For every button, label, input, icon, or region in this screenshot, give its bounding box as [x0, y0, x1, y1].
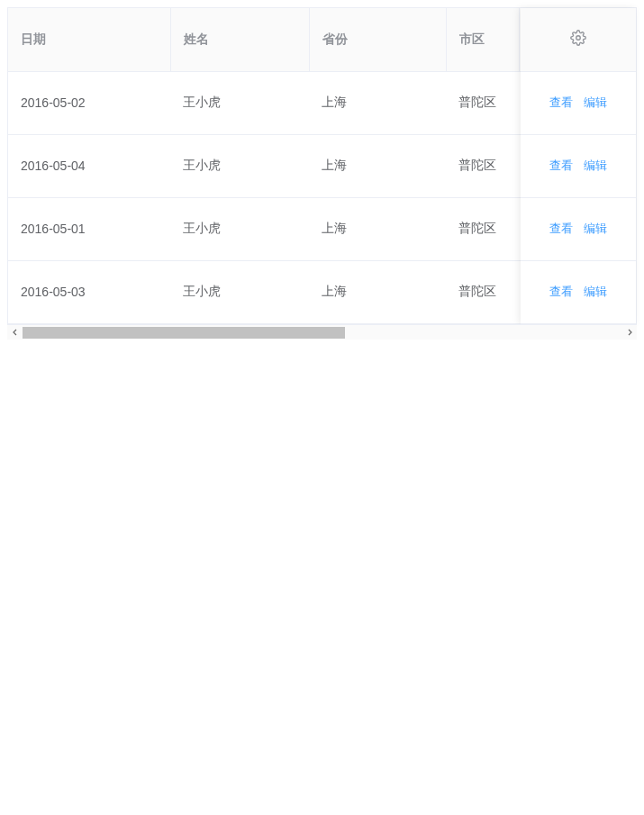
cell-province: 上海: [309, 260, 446, 323]
cell-city: 普陀区: [446, 134, 519, 197]
cell-name: 王小虎: [170, 71, 309, 134]
edit-button[interactable]: 编辑: [580, 221, 611, 237]
scrollbar-thumb[interactable]: [23, 327, 345, 339]
scroll-right-arrow-icon[interactable]: [621, 324, 637, 340]
data-table: 日期 姓名 省份 市区 2016-05-02 王小虎 上海 普陀区 2016-0…: [7, 7, 637, 324]
cell-city: 普陀区: [446, 197, 519, 260]
edit-button[interactable]: 编辑: [580, 95, 611, 111]
gear-icon: [570, 30, 586, 46]
actions-header: [521, 8, 636, 71]
cell-date: 2016-05-04: [8, 134, 170, 197]
cell-city: 普陀区: [446, 71, 519, 134]
actions-cell: 查看 编辑: [521, 260, 636, 323]
column-header-date: 日期: [8, 8, 170, 71]
svg-point-0: [576, 36, 581, 41]
edit-button[interactable]: 编辑: [580, 158, 611, 174]
cell-province: 上海: [309, 71, 446, 134]
actions-cell: 查看 编辑: [521, 71, 636, 134]
actions-cell: 查看 编辑: [521, 134, 636, 197]
cell-city: 普陀区: [446, 260, 519, 323]
column-header-name: 姓名: [170, 8, 309, 71]
view-button[interactable]: 查看: [546, 95, 576, 111]
cell-province: 上海: [309, 197, 446, 260]
column-header-city: 市区: [446, 8, 519, 71]
edit-button[interactable]: 编辑: [580, 284, 611, 300]
actions-cell: 查看 编辑: [521, 197, 636, 260]
cell-date: 2016-05-03: [8, 260, 170, 323]
view-button[interactable]: 查看: [546, 284, 576, 300]
scroll-left-arrow-icon[interactable]: [7, 324, 23, 340]
cell-name: 王小虎: [170, 197, 309, 260]
cell-name: 王小虎: [170, 260, 309, 323]
cell-date: 2016-05-02: [8, 71, 170, 134]
view-button[interactable]: 查看: [546, 158, 576, 174]
cell-date: 2016-05-01: [8, 197, 170, 260]
cell-province: 上海: [309, 134, 446, 197]
column-header-province: 省份: [309, 8, 446, 71]
view-button[interactable]: 查看: [546, 221, 576, 237]
horizontal-scrollbar[interactable]: [7, 324, 637, 340]
fixed-actions-column: 查看 编辑 查看 编辑 查看 编辑: [521, 8, 636, 324]
cell-name: 王小虎: [170, 134, 309, 197]
